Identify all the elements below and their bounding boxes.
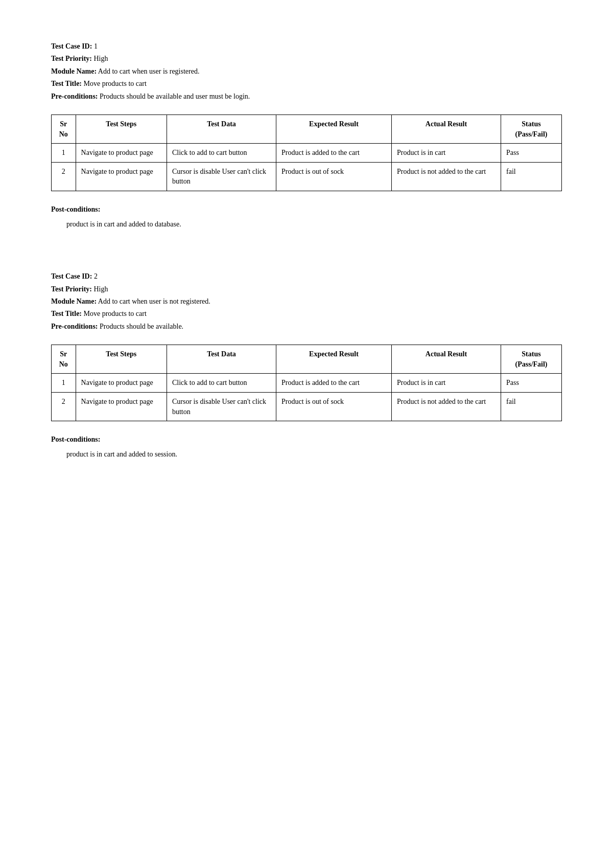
- row1-status: Pass: [501, 374, 562, 393]
- table-header-row: SrNo Test Steps Test Data Expected Resul…: [52, 115, 562, 143]
- test-case-2-postconditions: Post-conditions: product is in cart and …: [51, 436, 562, 460]
- test-case-1-postconditions: Post-conditions: product is in cart and …: [51, 205, 562, 230]
- test-case-1-title-value: Move products to cart: [84, 80, 147, 87]
- header-expected-result: Expected Result: [276, 115, 392, 143]
- row2-test-data: Cursor is disable User can't click butto…: [167, 393, 276, 421]
- table-row: 2 Navigate to product page Cursor is dis…: [52, 393, 562, 421]
- test-case-2-id-value: 2: [94, 272, 98, 280]
- test-case-1-module-value: Add to cart when user is registered.: [98, 67, 200, 75]
- header-actual-result: Actual Result: [391, 115, 501, 143]
- row2-expected-result: Product is out of sock: [276, 393, 392, 421]
- table-row: 1 Navigate to product page Click to add …: [52, 144, 562, 163]
- row2-actual-result: Product is not added to the cart: [391, 162, 501, 191]
- test-case-1-priority-label: Test Priority:: [51, 55, 92, 62]
- test-case-2-module-value: Add to cart when user is not registered.: [98, 298, 210, 305]
- test-case-2-preconditions-line: Pre-conditions: Products should be avail…: [51, 321, 562, 332]
- table-row: 2 Navigate to product page Cursor is dis…: [52, 162, 562, 191]
- row1-expected-result: Product is added to the cart: [276, 374, 392, 393]
- row2-sr: 2: [52, 393, 76, 421]
- header-test-steps: Test Steps: [76, 345, 167, 374]
- test-case-1-module-line: Module Name: Add to cart when user is re…: [51, 66, 562, 77]
- test-case-2-title-line: Test Title: Move products to cart: [51, 308, 562, 319]
- test-case-1-priority-value: High: [93, 55, 108, 62]
- test-case-2-module-line: Module Name: Add to cart when user is no…: [51, 296, 562, 307]
- test-case-2-postconditions-value: product is in cart and added to session.: [66, 449, 562, 460]
- test-case-1-id-label: Test Case ID:: [51, 42, 92, 50]
- test-case-1-postconditions-label: Post-conditions:: [51, 205, 562, 214]
- test-case-2-priority-label: Test Priority:: [51, 285, 92, 293]
- row1-test-steps: Navigate to product page: [76, 374, 167, 393]
- row2-sr: 2: [52, 162, 76, 191]
- test-case-2-priority-value: High: [93, 285, 108, 293]
- test-case-2-preconditions-value: Products should be available.: [100, 323, 183, 330]
- test-case-1-postconditions-value: product is in cart and added to database…: [66, 219, 562, 230]
- test-case-1-preconditions-value: Products should be available and user mu…: [100, 93, 250, 100]
- row2-test-steps: Navigate to product page: [76, 393, 167, 421]
- test-case-2-meta: Test Case ID: 2 Test Priority: High Modu…: [51, 271, 562, 332]
- header-test-data: Test Data: [167, 345, 276, 374]
- test-case-1-module-label: Module Name:: [51, 67, 97, 75]
- header-test-data: Test Data: [167, 115, 276, 143]
- test-case-2-id-line: Test Case ID: 2: [51, 271, 562, 282]
- row2-test-data: Cursor is disable User can't click butto…: [167, 162, 276, 191]
- row1-test-data: Click to add to cart button: [167, 144, 276, 163]
- test-case-1-section: Test Case ID: 1 Test Priority: High Modu…: [51, 41, 562, 230]
- table-row: 1 Navigate to product page Click to add …: [52, 374, 562, 393]
- header-sr-no: SrNo: [52, 115, 76, 143]
- row2-status: fail: [501, 393, 562, 421]
- test-case-1-id-line: Test Case ID: 1: [51, 41, 562, 52]
- test-case-2-title-label: Test Title:: [51, 310, 82, 317]
- row2-status: fail: [501, 162, 562, 191]
- test-case-1-title-label: Test Title:: [51, 80, 82, 87]
- header-test-steps: Test Steps: [76, 115, 167, 143]
- test-case-1-meta: Test Case ID: 1 Test Priority: High Modu…: [51, 41, 562, 102]
- test-case-1-id-value: 1: [94, 42, 98, 50]
- test-case-2-preconditions-label: Pre-conditions:: [51, 323, 98, 330]
- row2-expected-result: Product is out of sock: [276, 162, 392, 191]
- row2-actual-result: Product is not added to the cart: [391, 393, 501, 421]
- row1-test-data: Click to add to cart button: [167, 374, 276, 393]
- row1-sr: 1: [52, 144, 76, 163]
- test-case-1-preconditions-line: Pre-conditions: Products should be avail…: [51, 91, 562, 102]
- test-case-2-postconditions-label: Post-conditions:: [51, 436, 562, 444]
- test-case-2-id-label: Test Case ID:: [51, 272, 92, 280]
- header-status: Status(Pass/Fail): [501, 115, 562, 143]
- header-actual-result: Actual Result: [391, 345, 501, 374]
- test-case-1-table: SrNo Test Steps Test Data Expected Resul…: [51, 115, 562, 191]
- test-case-2-module-label: Module Name:: [51, 298, 97, 305]
- row1-test-steps: Navigate to product page: [76, 144, 167, 163]
- row1-actual-result: Product is in cart: [391, 374, 501, 393]
- table-header-row: SrNo Test Steps Test Data Expected Resul…: [52, 345, 562, 374]
- row1-expected-result: Product is added to the cart: [276, 144, 392, 163]
- row1-status: Pass: [501, 144, 562, 163]
- header-status: Status(Pass/Fail): [501, 345, 562, 374]
- test-case-1-priority-line: Test Priority: High: [51, 53, 562, 64]
- test-case-2-section: Test Case ID: 2 Test Priority: High Modu…: [51, 271, 562, 460]
- test-case-2-priority-line: Test Priority: High: [51, 284, 562, 295]
- header-sr-no: SrNo: [52, 345, 76, 374]
- section-separator: [51, 250, 562, 271]
- row2-test-steps: Navigate to product page: [76, 162, 167, 191]
- test-case-1-title-line: Test Title: Move products to cart: [51, 78, 562, 89]
- row1-sr: 1: [52, 374, 76, 393]
- test-case-2-title-value: Move products to cart: [84, 310, 147, 317]
- row1-actual-result: Product is in cart: [391, 144, 501, 163]
- header-expected-result: Expected Result: [276, 345, 392, 374]
- test-case-2-table: SrNo Test Steps Test Data Expected Resul…: [51, 345, 562, 421]
- test-case-1-preconditions-label: Pre-conditions:: [51, 93, 98, 100]
